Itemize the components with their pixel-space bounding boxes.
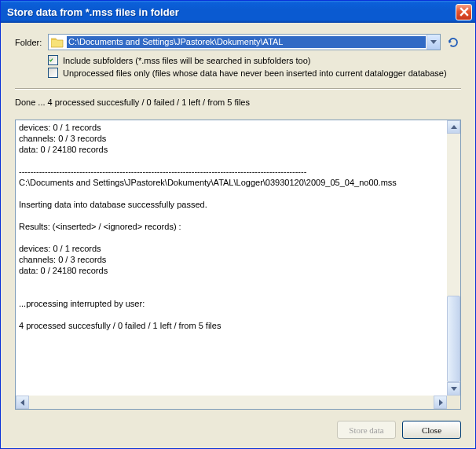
chevron-up-icon <box>451 125 457 130</box>
button-bar: Store data Close <box>15 421 461 439</box>
chevron-down-icon <box>451 387 457 392</box>
close-icon <box>460 7 469 17</box>
separator <box>15 88 461 90</box>
include-subfolders-checkbox[interactable] <box>48 55 58 65</box>
chevron-right-icon <box>438 399 443 406</box>
close-button[interactable]: Close <box>402 421 461 439</box>
store-data-button: Store data <box>337 421 396 439</box>
dialog-window: Store data from *.mss files in folder Fo… <box>0 0 476 449</box>
folder-label: Folder: <box>15 38 43 47</box>
scroll-corner <box>447 396 460 409</box>
unprocessed-only-checkbox[interactable] <box>48 68 58 78</box>
chevron-down-icon <box>430 40 437 45</box>
refresh-button[interactable] <box>445 35 461 50</box>
scroll-up-button[interactable] <box>447 120 460 134</box>
log-textarea[interactable]: devices: 0 / 1 records channels: 0 / 3 r… <box>16 120 447 396</box>
scroll-left-button[interactable] <box>16 396 29 409</box>
log-panel: devices: 0 / 1 records channels: 0 / 3 r… <box>15 120 461 410</box>
status-text: Done ... 4 processed succesfully / 0 fai… <box>15 98 461 107</box>
scroll-thumb[interactable] <box>447 296 460 382</box>
client-area: Folder: C:\Documents and Settings\JPasto… <box>1 23 475 448</box>
include-subfolders-row: Include subfolders (*.mss files will be … <box>48 55 461 65</box>
vertical-scrollbar[interactable] <box>447 120 460 396</box>
scroll-down-button[interactable] <box>447 382 460 396</box>
horizontal-scrollbar[interactable] <box>16 396 460 409</box>
scroll-track[interactable] <box>447 134 460 382</box>
titlebar[interactable]: Store data from *.mss files in folder <box>1 1 475 23</box>
window-close-button[interactable] <box>456 4 472 20</box>
check-icon <box>49 56 53 64</box>
chevron-left-icon <box>20 399 25 406</box>
unprocessed-only-label: Unprocessed files only (files whose data… <box>63 68 447 78</box>
window-title: Store data from *.mss files in folder <box>7 6 456 18</box>
folder-dropdown-button[interactable] <box>427 35 440 50</box>
refresh-icon <box>446 35 460 50</box>
unprocessed-only-row: Unprocessed files only (files whose data… <box>48 68 461 78</box>
scroll-right-button[interactable] <box>434 396 447 409</box>
include-subfolders-label: Include subfolders (*.mss files will be … <box>63 56 310 65</box>
hscroll-track[interactable] <box>29 396 434 409</box>
folder-combobox[interactable]: C:\Documents and Settings\JPastorek\Doku… <box>48 34 441 50</box>
folder-path: C:\Documents and Settings\JPastorek\Doku… <box>67 36 426 48</box>
folder-icon <box>50 36 64 49</box>
folder-row: Folder: C:\Documents and Settings\JPasto… <box>15 34 461 50</box>
